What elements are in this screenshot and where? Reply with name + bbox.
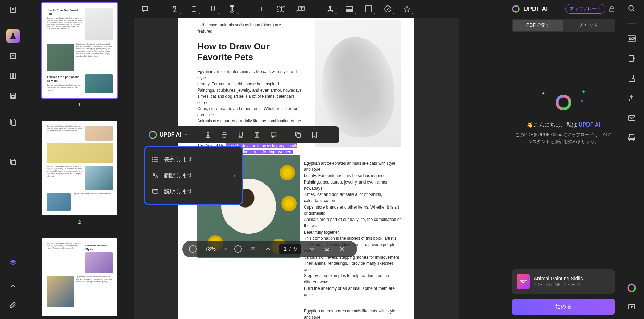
crop-icon[interactable]	[6, 135, 20, 149]
ai-tabs: PDFで聞く チャット	[512, 19, 615, 32]
tab-chat[interactable]: チャット	[564, 20, 614, 31]
underline-icon[interactable]	[209, 4, 218, 13]
page-heading: How to Draw Our	[178, 34, 315, 52]
search-icon[interactable]	[627, 3, 637, 14]
page-thumbnail-2[interactable]: Egyptian art celebrates animals like cat…	[42, 121, 117, 215]
last-page-button[interactable]	[323, 245, 332, 253]
pdf-file-icon: PDF	[517, 274, 530, 289]
bookmark-icon[interactable]	[6, 277, 20, 291]
body-text: Times, cat and dog art sells a lot of t-…	[197, 93, 303, 106]
svg-text:T: T	[256, 132, 259, 137]
sel-comment-icon[interactable]	[269, 130, 278, 139]
ai-explain-item[interactable]: 説明します。	[145, 184, 242, 200]
svg-rect-27	[346, 10, 353, 12]
upgrade-button[interactable]: アップグレード	[565, 4, 605, 14]
print-icon[interactable]	[627, 133, 637, 143]
tab-ask-pdf[interactable]: PDFで聞く	[513, 20, 564, 31]
page-tool-icon[interactable]	[6, 69, 20, 83]
organize-icon[interactable]	[6, 115, 20, 129]
form-tool-icon[interactable]	[6, 89, 20, 103]
svg-rect-13	[12, 161, 16, 165]
export-icon[interactable]	[627, 53, 637, 63]
slideshow-icon[interactable]	[627, 302, 637, 312]
shape-icon[interactable]	[364, 4, 373, 13]
svg-point-59	[629, 5, 633, 10]
page-thumbnail-1[interactable]: How to Draw Our Favorite Pets Egyptian a…	[42, 3, 117, 98]
ai-welcome: ✦ ✦ ✦ 👋こんにちは、私は UPDF AI このPDFをUPDF Cloud…	[512, 94, 615, 145]
page-heading: Favorite Pets	[178, 52, 315, 62]
explain-icon	[152, 188, 159, 195]
svg-rect-26	[346, 6, 353, 10]
ai-toggle-icon[interactable]	[627, 283, 637, 293]
text-icon[interactable]: T	[258, 4, 267, 13]
highlight-icon[interactable]	[170, 4, 179, 13]
sel-bookmark-icon[interactable]	[310, 130, 319, 139]
squiggly-icon[interactable]: T	[228, 4, 237, 13]
greeting-text: 👋こんにちは、私は UPDF AI	[527, 121, 600, 129]
body-text: beauty. For centuries, this horse has in…	[197, 81, 303, 87]
page-thumbnail-3[interactable]: Egyptian art celebrates animals like cat…	[42, 238, 117, 316]
svg-rect-25	[328, 11, 333, 12]
body-text: Cups, store brands and other items. Whet…	[197, 106, 303, 118]
close-bar-button[interactable]	[338, 245, 347, 253]
batch-icon[interactable]	[6, 155, 20, 169]
ai-side-panel: UPDF AI アップグレード PDFで聞く チャット ✦ ✦ ✦ 👋こんにちは…	[508, 0, 619, 319]
sel-squiggly-icon[interactable]: T	[253, 130, 262, 139]
textbox-icon[interactable]: T	[277, 4, 286, 13]
strikethrough-icon[interactable]	[189, 4, 198, 13]
edit-tool-icon[interactable]	[6, 49, 20, 63]
chevron-right-icon: ›	[233, 172, 235, 179]
signature-icon[interactable]	[402, 4, 411, 13]
comment-tool-icon[interactable]	[6, 29, 20, 43]
lock-icon[interactable]	[609, 5, 615, 12]
zoom-in-button[interactable]	[234, 245, 243, 253]
note-icon[interactable]	[140, 4, 149, 13]
right-rail: OCR	[619, 0, 644, 319]
ai-summarize-item[interactable]: 要約します。	[145, 151, 242, 167]
area-highlight-icon[interactable]	[326, 4, 335, 13]
layers-icon[interactable]	[6, 256, 20, 270]
file-meta: PDF · 78.6 MB · 9 ページ	[534, 282, 583, 288]
sel-highlight-icon[interactable]	[203, 130, 212, 139]
stamp-icon[interactable]	[383, 4, 392, 13]
prev-page-button[interactable]	[264, 245, 273, 253]
thumb-label-2: 2	[78, 219, 81, 225]
protect-icon[interactable]	[627, 73, 637, 83]
svg-rect-9	[11, 95, 15, 97]
ai-translate-item[interactable]: 翻訳します。 ›	[145, 167, 242, 184]
sparkle-icon: ✦	[541, 91, 545, 96]
share-icon[interactable]	[627, 93, 637, 103]
zoom-percent: 78%	[205, 246, 216, 252]
attachment-icon[interactable]	[6, 298, 20, 312]
file-card: PDF Animal Painting Skills PDF · 78.6 MB…	[512, 269, 615, 294]
svg-rect-6	[10, 73, 13, 79]
page-indicator[interactable]: 1 / 9	[279, 244, 301, 254]
list-icon	[152, 156, 159, 163]
svg-rect-57	[610, 9, 614, 12]
email-icon[interactable]	[627, 113, 637, 123]
sel-copy-icon[interactable]	[294, 130, 302, 139]
svg-text:T: T	[260, 5, 264, 13]
svg-point-41	[152, 157, 153, 158]
svg-rect-65	[632, 79, 635, 81]
callout-icon[interactable]: T	[296, 4, 305, 13]
rectangle-icon[interactable]	[345, 4, 354, 13]
svg-point-56	[513, 6, 519, 12]
translate-icon	[152, 172, 159, 179]
sel-strikethrough-icon[interactable]	[220, 130, 229, 139]
zoom-out-button[interactable]	[188, 245, 197, 253]
updf-ai-button[interactable]: UPDF AI	[149, 131, 188, 139]
zoom-dropdown-icon[interactable]	[223, 247, 227, 251]
start-button[interactable]: 始める	[512, 299, 615, 315]
thumb-subtitle: Animals are a part of our daily life	[47, 75, 83, 83]
svg-point-70	[628, 284, 635, 292]
reader-mode-icon[interactable]	[6, 3, 20, 16]
chevron-down-icon	[184, 133, 188, 137]
first-page-button[interactable]	[249, 245, 258, 253]
ocr-icon[interactable]: OCR	[627, 33, 637, 44]
sel-underline-icon[interactable]	[236, 130, 245, 139]
next-page-button[interactable]	[308, 245, 317, 253]
greeting-sub: このPDFをUPDF Cloudにアップロードし、AIアシスタントと会話を始めま…	[512, 131, 615, 145]
sparkle-icon: ✦	[582, 89, 586, 94]
svg-rect-35	[297, 133, 301, 137]
